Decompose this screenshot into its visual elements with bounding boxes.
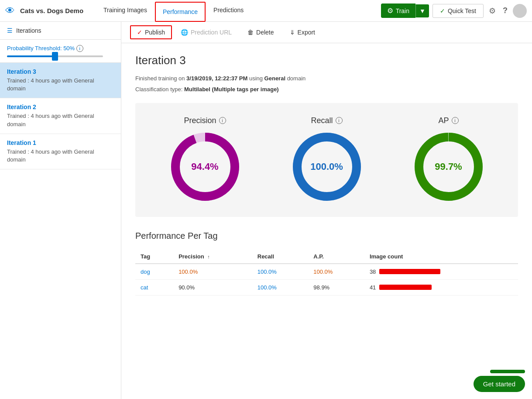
probability-slider[interactable]: [7, 55, 114, 57]
quick-test-button[interactable]: ✓ Quick Test: [432, 4, 484, 18]
progress-indicator: [490, 370, 525, 373]
dog-bar: [379, 269, 440, 274]
probability-label: Probability Threshold: 50% i: [7, 45, 114, 52]
col-precision[interactable]: Precision ↑: [173, 250, 252, 264]
nav-training-images[interactable]: Training Images: [96, 0, 155, 22]
cat-ap: 98.9%: [308, 279, 364, 295]
nav-predictions[interactable]: Predictions: [206, 0, 251, 22]
table-row: dog 100.0% 100.0% 100.0% 38: [135, 264, 518, 280]
tag-cat-link[interactable]: cat: [141, 284, 148, 291]
cat-recall: 100.0%: [252, 279, 309, 295]
recall-chart: Recall i 100.0%: [290, 116, 364, 204]
performance-table: Tag Precision ↑ Recall A.P.: [135, 250, 518, 296]
iteration3-detail: Trained : 4 hours ago with General domai…: [7, 77, 114, 93]
probability-info-icon[interactable]: i: [76, 45, 83, 52]
train-button[interactable]: ⚙ Train: [381, 3, 415, 18]
cat-precision: 90.0%: [173, 279, 252, 295]
app-logo-icon: 👁: [5, 5, 15, 17]
iteration3-name: Iteration 3: [7, 68, 114, 75]
col-image-count[interactable]: Image count: [364, 250, 518, 264]
sidebar-header: ☰ Iterations: [0, 22, 121, 40]
iteration1-name: Iteration 1: [7, 139, 114, 146]
settings-icon[interactable]: ⚙: [487, 4, 498, 17]
sidebar-item-iteration3[interactable]: Iteration 3 Trained : 4 hours ago with G…: [0, 63, 121, 98]
iteration1-detail: Trained : 4 hours ago with General domai…: [7, 148, 114, 164]
trash-icon: 🗑: [247, 29, 254, 36]
globe-icon: 🌐: [181, 29, 188, 36]
dog-precision: 100.0%: [173, 264, 252, 280]
precision-chart: Precision i 94.4%: [168, 116, 242, 204]
iteration-meta-line1: Finished training on 3/19/2019, 12:22:37…: [135, 74, 518, 83]
dog-ap: 100.0%: [308, 264, 364, 280]
iteration2-detail: Trained : 4 hours ago with General domai…: [7, 112, 114, 128]
train-dropdown-button[interactable]: ▼: [415, 4, 429, 17]
col-recall[interactable]: Recall: [252, 250, 309, 264]
export-button[interactable]: ⇓ Export: [283, 25, 322, 39]
cat-image-count: 41: [364, 279, 518, 295]
app-title: Cats vs. Dogs Demo: [20, 7, 83, 14]
get-started-button[interactable]: Get started: [474, 376, 525, 392]
sidebar-item-iteration2[interactable]: Iteration 2 Trained : 4 hours ago with G…: [0, 98, 121, 134]
sidebar-item-iteration1[interactable]: Iteration 1 Trained : 4 hours ago with G…: [0, 134, 121, 169]
col-ap[interactable]: A.P.: [308, 250, 364, 264]
publish-button[interactable]: ✓ Publish: [130, 25, 172, 39]
recall-label: Recall i: [311, 116, 342, 125]
user-avatar[interactable]: [513, 4, 527, 18]
performance-per-tag-section: Performance Per Tag Tag Precision ↑: [135, 231, 518, 296]
dog-image-count: 38: [364, 264, 518, 280]
prediction-url-button[interactable]: 🌐 Prediction URL: [174, 25, 239, 39]
tag-dog-link[interactable]: dog: [141, 268, 150, 275]
charts-section: Precision i 94.4% Recall: [135, 103, 518, 217]
delete-button[interactable]: 🗑 Delete: [240, 25, 281, 39]
cat-bar: [379, 285, 432, 290]
dog-recall: 100.0%: [252, 264, 309, 280]
get-started-area: Get started: [474, 370, 525, 392]
sidebar: ☰ Iterations Probability Threshold: 50% …: [0, 22, 121, 399]
precision-label: Precision i: [184, 116, 226, 125]
ap-label: AP i: [438, 116, 458, 125]
iteration2-name: Iteration 2: [7, 103, 114, 110]
perf-tag-title: Performance Per Tag: [135, 231, 518, 241]
iterations-label: Iterations: [16, 27, 41, 34]
ap-info-icon[interactable]: i: [452, 117, 459, 124]
ap-chart: AP i 99.7%: [412, 116, 486, 204]
header-actions: ⚙ Train ▼ ✓ Quick Test ⚙ ?: [381, 3, 527, 18]
content-body: Iteration 3 Finished training on 3/19/20…: [121, 43, 532, 306]
iteration-meta-line2: Classification type: Multilabel (Multipl…: [135, 85, 518, 94]
col-tag[interactable]: Tag: [135, 250, 173, 264]
checkmark-icon: ✓: [440, 7, 445, 14]
recall-info-icon[interactable]: i: [336, 117, 343, 124]
publish-check-icon: ✓: [137, 29, 142, 36]
sort-icon: ↑: [207, 254, 210, 259]
table-header-row: Tag Precision ↑ Recall A.P.: [135, 250, 518, 264]
probability-section: Probability Threshold: 50% i: [0, 40, 121, 63]
nav-performance[interactable]: Performance: [155, 2, 206, 22]
main-layout: ☰ Iterations Probability Threshold: 50% …: [0, 22, 532, 399]
recall-donut: 100.0%: [290, 130, 364, 204]
help-icon[interactable]: ?: [501, 4, 509, 17]
main-nav: Training Images Performance Predictions: [96, 0, 378, 22]
main-content: ✓ Publish 🌐 Prediction URL 🗑 Delete ⇓ Ex…: [121, 22, 532, 399]
settings-gear-icon: ⚙: [387, 7, 393, 15]
ap-donut: 99.7%: [412, 130, 486, 204]
precision-donut: 94.4%: [168, 130, 242, 204]
iteration-title: Iteration 3: [135, 54, 518, 67]
iterations-icon: ☰: [7, 27, 13, 34]
export-icon: ⇓: [290, 29, 295, 36]
toolbar: ✓ Publish 🌐 Prediction URL 🗑 Delete ⇓ Ex…: [121, 22, 532, 43]
table-row: cat 90.0% 100.0% 98.9% 41: [135, 279, 518, 295]
header: 👁 Cats vs. Dogs Demo Training Images Per…: [0, 0, 532, 22]
precision-info-icon[interactable]: i: [219, 117, 226, 124]
